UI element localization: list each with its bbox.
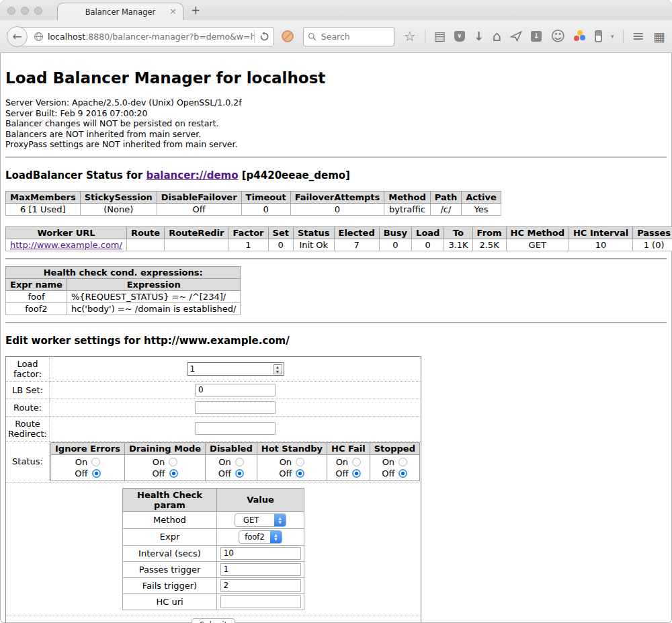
balancer-cell: Yes xyxy=(462,203,501,215)
load-factor-input[interactable] xyxy=(187,362,284,376)
radio-stopped-off[interactable] xyxy=(398,469,407,478)
number-stepper-icon[interactable]: ▲▼ xyxy=(274,364,282,374)
bookmark-star-icon[interactable]: ☆ xyxy=(404,30,416,42)
lb-set-input[interactable] xyxy=(195,384,276,397)
submit-button[interactable]: Submit xyxy=(192,618,235,623)
worker-url-link[interactable]: http://www.example.com/ xyxy=(10,240,122,250)
reload-icon[interactable] xyxy=(259,32,269,42)
menu-hamburger-icon[interactable]: ≡ xyxy=(632,30,644,42)
save-page-icon[interactable]: ↓ xyxy=(531,31,542,42)
hc-row-interval: Interval (secs) xyxy=(123,545,304,561)
send-tab-icon[interactable] xyxy=(510,30,522,42)
hc-row-fails: Fails trigger) xyxy=(123,577,304,593)
radio-stopped-on[interactable] xyxy=(398,458,407,466)
search-input[interactable] xyxy=(320,31,387,42)
url-path-text: :8880/balancer-manager?b=demo&w=http://w… xyxy=(85,32,254,42)
edit-settings-heading: Edit worker settings for http://www.exam… xyxy=(5,335,667,347)
balancer-status-heading: LoadBalancer Status for balancer://demo … xyxy=(5,169,667,181)
balancer-cell: /c/ xyxy=(430,203,461,215)
expr-header-cell: Expr name xyxy=(6,278,67,290)
browser-tab[interactable]: Balancer Manager × xyxy=(57,3,183,20)
worker-cell: 7 xyxy=(334,239,379,251)
url-domain-text: localhost xyxy=(48,32,85,42)
server-info-line: Balancer changes will NOT be persisted o… xyxy=(5,118,667,129)
expr-name-cell: foof2 xyxy=(6,302,67,315)
bookmarks-menu-icon[interactable]: ▤ xyxy=(434,30,446,42)
radio-disabled-off[interactable] xyxy=(235,469,244,478)
server-info-line: Server Version: Apache/2.5.0-dev (Unix) … xyxy=(5,97,667,108)
expr-row: foof2 hc('body') =~ /domain is establish… xyxy=(6,302,241,315)
radio-disabled-on[interactable] xyxy=(235,458,244,466)
zoom-window-button[interactable] xyxy=(34,7,42,15)
search-bar[interactable] xyxy=(303,27,394,46)
balancer-cell: 6 [1 Used] xyxy=(6,203,81,215)
balancer-cell: (None) xyxy=(80,203,157,215)
feedback-smiley-icon[interactable]: ☺ xyxy=(550,30,565,42)
radio-hot-standby-off[interactable] xyxy=(296,469,304,478)
method-select-value: GET xyxy=(235,514,274,526)
status-column-header: HC Fail xyxy=(327,442,370,454)
radio-hot-standby-on[interactable] xyxy=(296,458,304,466)
status-cell-hot-standby: On Off xyxy=(257,454,327,481)
radio-label-on: On xyxy=(218,456,230,468)
worker-cell: 2.5K xyxy=(472,239,506,251)
content-block-icon[interactable] xyxy=(282,30,294,42)
expr-value-cell: hc('body') =~ /domain is established/ xyxy=(67,302,241,315)
tab-close-icon[interactable]: × xyxy=(169,7,177,15)
extension-palette-icon[interactable] xyxy=(574,30,586,42)
worker-cell: 3.1K xyxy=(444,239,472,251)
radio-ignore-errors-off[interactable] xyxy=(92,469,101,478)
window-controls xyxy=(7,7,42,15)
back-button[interactable]: ← xyxy=(7,26,28,47)
downloads-icon[interactable]: ↓ xyxy=(474,30,484,42)
status-cell-ignore-errors: On Off xyxy=(51,454,125,481)
home-icon[interactable]: ⌂ xyxy=(493,30,501,42)
palette-dot-blue xyxy=(580,35,585,40)
form-row: Route: xyxy=(6,399,421,416)
route-redirect-input[interactable] xyxy=(195,422,276,435)
select-stepper-icon: ▲▼ xyxy=(274,514,286,526)
worker-header-cell: Busy xyxy=(379,226,411,239)
worker-cell: 0 xyxy=(412,239,444,251)
balancer-row: 6 [1 Used] (None) Off 0 0 bytraffic /c/ … xyxy=(6,203,501,215)
worker-row: http://www.example.com/ 1 0 Init Ok 7 0 … xyxy=(6,239,672,251)
extension-battery-icon[interactable] xyxy=(595,30,602,42)
radio-hc-fail-off[interactable] xyxy=(352,469,361,478)
worker-cell: 0 xyxy=(379,239,411,251)
hc-interval-label: Interval (secs) xyxy=(123,545,217,561)
status-column-header: Stopped xyxy=(370,442,419,454)
method-select[interactable]: GET ▲▼ xyxy=(235,513,286,527)
palette-dot-red xyxy=(574,36,579,41)
expr-table-title: Health check cond. expressions: xyxy=(6,266,241,278)
balancer-header-cell: DisableFailover xyxy=(157,191,241,203)
tab-groups-icon[interactable]: ▦ xyxy=(653,30,665,42)
hc-row-passes: Passes trigger xyxy=(123,561,304,577)
balancer-heading-suffix: [p4420eeae_demo] xyxy=(239,169,350,181)
worker-header-cell: HC Method xyxy=(506,226,569,239)
minimize-window-button[interactable] xyxy=(21,7,29,15)
balancer-cell: 0 xyxy=(241,203,290,215)
close-window-button[interactable] xyxy=(7,7,15,15)
url-input[interactable]: localhost :8880/balancer-manager?b=demo&… xyxy=(17,27,274,46)
pocket-icon[interactable]: ∨ xyxy=(454,31,465,42)
passes-trigger-input[interactable] xyxy=(220,563,301,576)
radio-draining-mode-on[interactable] xyxy=(169,458,177,466)
hc-param-header: Health Check param xyxy=(123,488,217,511)
new-tab-button[interactable]: + xyxy=(191,3,200,17)
server-info-line: ProxyPass settings are NOT inherited fro… xyxy=(5,139,667,150)
balancer-header-cell: Method xyxy=(384,191,430,203)
route-redirect-label: Route Redirect: xyxy=(6,416,50,441)
balancer-link[interactable]: balancer://demo xyxy=(146,169,238,181)
radio-label-off: Off xyxy=(382,468,394,479)
route-input[interactable] xyxy=(195,401,276,414)
fails-trigger-input[interactable] xyxy=(220,579,301,592)
expr-select[interactable]: foof2 ▲▼ xyxy=(239,530,282,544)
interval-input[interactable] xyxy=(220,547,301,560)
radio-label-off: Off xyxy=(279,468,292,479)
globe-icon xyxy=(34,32,44,42)
radio-hc-fail-on[interactable] xyxy=(352,458,361,466)
radio-draining-mode-off[interactable] xyxy=(169,469,178,478)
hc-uri-input[interactable] xyxy=(220,595,301,608)
radio-ignore-errors-on[interactable] xyxy=(91,458,100,466)
overflow-caret-icon[interactable]: ▾ xyxy=(611,33,614,40)
